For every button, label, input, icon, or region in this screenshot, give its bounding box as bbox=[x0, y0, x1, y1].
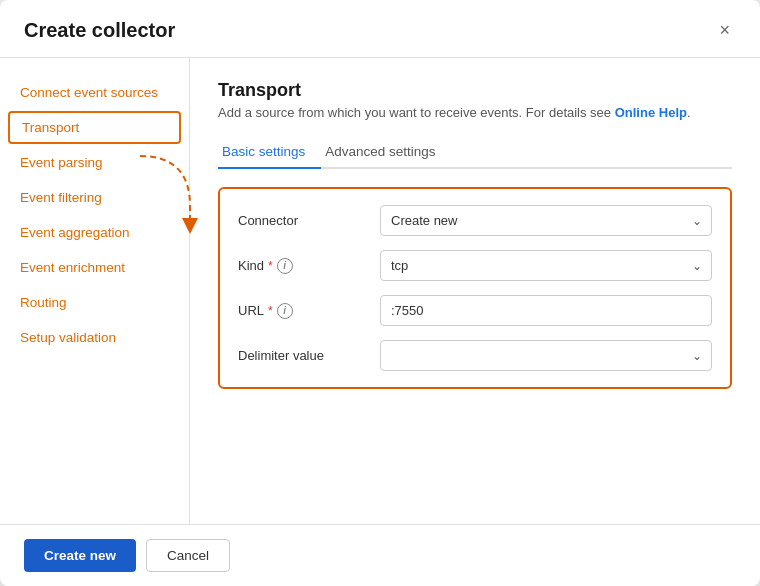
modal-footer: Create new Cancel bbox=[0, 524, 760, 586]
section-desc-prefix: Add a source from which you want to rece… bbox=[218, 105, 615, 120]
section-description: Add a source from which you want to rece… bbox=[218, 105, 732, 120]
url-info-icon[interactable]: i bbox=[277, 303, 293, 319]
section-desc-suffix: . bbox=[687, 105, 691, 120]
tab-basic-settings[interactable]: Basic settings bbox=[218, 136, 321, 169]
sidebar-item-routing[interactable]: Routing bbox=[0, 286, 189, 319]
url-control bbox=[380, 295, 712, 326]
connector-select-wrapper: Create new ⌄ bbox=[380, 205, 712, 236]
url-input[interactable] bbox=[380, 295, 712, 326]
sidebar-item-event-parsing[interactable]: Event parsing bbox=[0, 146, 189, 179]
close-button[interactable]: × bbox=[713, 18, 736, 43]
kind-info-icon[interactable]: i bbox=[277, 258, 293, 274]
form-row-kind: Kind * i tcp udp http ⌄ bbox=[238, 250, 712, 281]
kind-control: tcp udp http ⌄ bbox=[380, 250, 712, 281]
connector-control: Create new ⌄ bbox=[380, 205, 712, 236]
form-row-connector: Connector Create new ⌄ bbox=[238, 205, 712, 236]
modal-title: Create collector bbox=[24, 19, 175, 42]
sidebar-item-transport[interactable]: Transport bbox=[8, 111, 181, 144]
sidebar-item-event-enrichment[interactable]: Event enrichment bbox=[0, 251, 189, 284]
create-collector-modal: Create collector × Connect event sources… bbox=[0, 0, 760, 586]
sidebar: Connect event sources Transport Event pa… bbox=[0, 58, 190, 524]
connector-label: Connector bbox=[238, 213, 368, 228]
sidebar-item-event-filtering[interactable]: Event filtering bbox=[0, 181, 189, 214]
delimiter-select[interactable] bbox=[380, 340, 712, 371]
kind-select-wrapper: tcp udp http ⌄ bbox=[380, 250, 712, 281]
form-box: Connector Create new ⌄ Kind bbox=[218, 187, 732, 389]
create-new-button[interactable]: Create new bbox=[24, 539, 136, 572]
sidebar-item-connect-event-sources[interactable]: Connect event sources bbox=[0, 76, 189, 109]
modal-header: Create collector × bbox=[0, 0, 760, 58]
url-required-star: * bbox=[268, 304, 273, 318]
tab-advanced-settings[interactable]: Advanced settings bbox=[321, 136, 451, 169]
section-title: Transport bbox=[218, 80, 732, 101]
sidebar-item-setup-validation[interactable]: Setup validation bbox=[0, 321, 189, 354]
online-help-link[interactable]: Online Help bbox=[615, 105, 687, 120]
cancel-button[interactable]: Cancel bbox=[146, 539, 230, 572]
sidebar-item-event-aggregation[interactable]: Event aggregation bbox=[0, 216, 189, 249]
kind-label: Kind * i bbox=[238, 258, 368, 274]
kind-select[interactable]: tcp udp http bbox=[380, 250, 712, 281]
modal-body: Connect event sources Transport Event pa… bbox=[0, 58, 760, 524]
main-content: Transport Add a source from which you wa… bbox=[190, 58, 760, 524]
delimiter-label: Delimiter value bbox=[238, 348, 368, 363]
url-label: URL * i bbox=[238, 303, 368, 319]
form-row-delimiter: Delimiter value ⌄ bbox=[238, 340, 712, 371]
delimiter-select-wrapper: ⌄ bbox=[380, 340, 712, 371]
delimiter-control: ⌄ bbox=[380, 340, 712, 371]
tabs: Basic settings Advanced settings bbox=[218, 136, 732, 169]
connector-select[interactable]: Create new bbox=[380, 205, 712, 236]
kind-required-star: * bbox=[268, 259, 273, 273]
form-row-url: URL * i bbox=[238, 295, 712, 326]
